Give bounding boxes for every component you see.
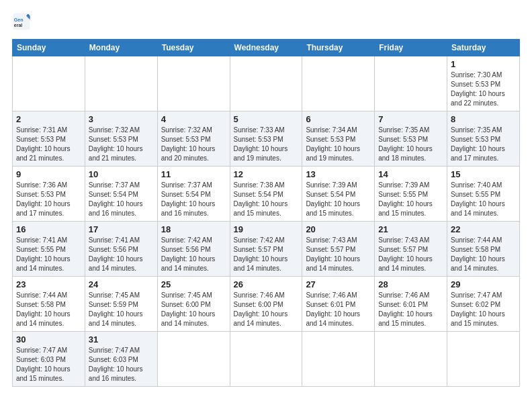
calendar-week-5: 23Sunrise: 7:44 AMSunset: 5:58 PMDayligh…: [13, 277, 520, 332]
day-info: Sunrise: 7:47 AMSunset: 6:03 PMDaylight:…: [89, 346, 154, 383]
calendar-week-1: 1Sunrise: 7:30 AMSunset: 5:53 PMDaylight…: [13, 56, 520, 111]
day-info: Sunrise: 7:45 AMSunset: 6:00 PMDaylight:…: [161, 291, 226, 328]
day-number: 1: [451, 59, 516, 69]
calendar-cell: [157, 332, 230, 387]
day-info: Sunrise: 7:47 AMSunset: 6:03 PMDaylight:…: [16, 346, 81, 383]
calendar-header-row: SundayMondayTuesdayWednesdayThursdayFrid…: [13, 40, 520, 56]
day-info: Sunrise: 7:41 AMSunset: 5:56 PMDaylight:…: [89, 236, 154, 273]
day-number: 15: [451, 169, 516, 179]
day-number: 30: [16, 334, 81, 345]
day-info: Sunrise: 7:30 AMSunset: 5:53 PMDaylight:…: [451, 71, 516, 108]
calendar-cell: 27Sunrise: 7:46 AMSunset: 6:01 PMDayligh…: [302, 277, 375, 332]
day-number: 27: [306, 279, 371, 289]
day-number: 10: [89, 169, 154, 179]
calendar-cell: 3Sunrise: 7:32 AMSunset: 5:53 PMDaylight…: [85, 111, 157, 167]
day-info: Sunrise: 7:32 AMSunset: 5:53 PMDaylight:…: [89, 126, 154, 163]
day-info: Sunrise: 7:31 AMSunset: 5:53 PMDaylight:…: [16, 126, 81, 163]
day-info: Sunrise: 7:47 AMSunset: 6:02 PMDaylight:…: [451, 291, 516, 328]
calendar-header-tuesday: Tuesday: [157, 40, 230, 56]
calendar-table: SundayMondayTuesdayWednesdayThursdayFrid…: [12, 39, 520, 387]
day-info: Sunrise: 7:39 AMSunset: 5:55 PMDaylight:…: [378, 181, 443, 218]
calendar-body: 1Sunrise: 7:30 AMSunset: 5:53 PMDaylight…: [13, 56, 520, 387]
calendar-cell: [13, 56, 85, 111]
calendar-cell: [375, 332, 447, 387]
calendar-cell: 10Sunrise: 7:37 AMSunset: 5:54 PMDayligh…: [85, 167, 157, 222]
day-info: Sunrise: 7:44 AMSunset: 5:58 PMDaylight:…: [16, 291, 81, 328]
day-number: 20: [306, 224, 371, 234]
calendar-cell: 7Sunrise: 7:35 AMSunset: 5:53 PMDaylight…: [375, 111, 447, 167]
calendar-cell: 11Sunrise: 7:37 AMSunset: 5:54 PMDayligh…: [157, 167, 230, 222]
day-number: 14: [378, 169, 443, 179]
calendar-cell: [447, 332, 520, 387]
calendar-cell: 6Sunrise: 7:34 AMSunset: 5:53 PMDaylight…: [302, 111, 375, 167]
logo: Gen eral: [12, 12, 34, 31]
calendar-cell: 5Sunrise: 7:33 AMSunset: 5:53 PMDaylight…: [230, 111, 302, 167]
day-number: 19: [234, 224, 299, 234]
calendar-week-4: 16Sunrise: 7:41 AMSunset: 5:55 PMDayligh…: [13, 222, 520, 277]
calendar-cell: [302, 332, 375, 387]
day-number: 2: [16, 114, 81, 124]
day-number: 4: [161, 114, 226, 124]
calendar-header-wednesday: Wednesday: [230, 40, 302, 56]
calendar-cell: 16Sunrise: 7:41 AMSunset: 5:55 PMDayligh…: [13, 222, 85, 277]
calendar-cell: 18Sunrise: 7:42 AMSunset: 5:56 PMDayligh…: [157, 222, 230, 277]
calendar-cell: [85, 56, 157, 111]
day-info: Sunrise: 7:37 AMSunset: 5:54 PMDaylight:…: [89, 181, 154, 218]
day-info: Sunrise: 7:45 AMSunset: 5:59 PMDaylight:…: [89, 291, 154, 328]
calendar-cell: 31Sunrise: 7:47 AMSunset: 6:03 PMDayligh…: [85, 332, 157, 387]
calendar-cell: 25Sunrise: 7:45 AMSunset: 6:00 PMDayligh…: [157, 277, 230, 332]
calendar-cell: 15Sunrise: 7:40 AMSunset: 5:55 PMDayligh…: [447, 167, 520, 222]
calendar-cell: 20Sunrise: 7:43 AMSunset: 5:57 PMDayligh…: [302, 222, 375, 277]
calendar-cell: 26Sunrise: 7:46 AMSunset: 6:00 PMDayligh…: [230, 277, 302, 332]
day-info: Sunrise: 7:41 AMSunset: 5:55 PMDaylight:…: [16, 236, 81, 273]
day-number: 12: [234, 169, 299, 179]
day-number: 7: [378, 114, 443, 124]
day-number: 18: [161, 224, 226, 234]
day-number: 31: [89, 334, 154, 345]
logo-icon: Gen eral: [12, 12, 31, 31]
day-number: 23: [16, 279, 81, 289]
svg-text:eral: eral: [14, 23, 23, 28]
calendar-cell: 29Sunrise: 7:47 AMSunset: 6:02 PMDayligh…: [447, 277, 520, 332]
calendar-cell: 24Sunrise: 7:45 AMSunset: 5:59 PMDayligh…: [85, 277, 157, 332]
calendar-cell: 2Sunrise: 7:31 AMSunset: 5:53 PMDaylight…: [13, 111, 85, 167]
day-info: Sunrise: 7:46 AMSunset: 6:01 PMDaylight:…: [378, 291, 443, 328]
day-number: 13: [306, 169, 371, 179]
day-info: Sunrise: 7:39 AMSunset: 5:54 PMDaylight:…: [306, 181, 371, 218]
calendar-cell: 21Sunrise: 7:43 AMSunset: 5:57 PMDayligh…: [375, 222, 447, 277]
day-number: 29: [451, 279, 516, 289]
day-info: Sunrise: 7:43 AMSunset: 5:57 PMDaylight:…: [306, 236, 371, 273]
calendar-cell: 17Sunrise: 7:41 AMSunset: 5:56 PMDayligh…: [85, 222, 157, 277]
day-info: Sunrise: 7:35 AMSunset: 5:53 PMDaylight:…: [378, 126, 443, 163]
calendar-cell: [230, 56, 302, 111]
day-info: Sunrise: 7:34 AMSunset: 5:53 PMDaylight:…: [306, 126, 371, 163]
day-info: Sunrise: 7:37 AMSunset: 5:54 PMDaylight:…: [161, 181, 226, 218]
day-number: 21: [378, 224, 443, 234]
day-info: Sunrise: 7:40 AMSunset: 5:55 PMDaylight:…: [451, 181, 516, 218]
calendar-cell: 22Sunrise: 7:44 AMSunset: 5:58 PMDayligh…: [447, 222, 520, 277]
calendar-header-thursday: Thursday: [302, 40, 375, 56]
calendar-cell: [302, 56, 375, 111]
calendar-cell: 4Sunrise: 7:32 AMSunset: 5:53 PMDaylight…: [157, 111, 230, 167]
calendar-cell: [157, 56, 230, 111]
day-number: 28: [378, 279, 443, 289]
day-number: 25: [161, 279, 226, 289]
calendar-header-saturday: Saturday: [447, 40, 520, 56]
calendar-cell: 12Sunrise: 7:38 AMSunset: 5:54 PMDayligh…: [230, 167, 302, 222]
day-number: 16: [16, 224, 81, 234]
day-info: Sunrise: 7:43 AMSunset: 5:57 PMDaylight:…: [378, 236, 443, 273]
day-info: Sunrise: 7:46 AMSunset: 6:01 PMDaylight:…: [306, 291, 371, 328]
day-number: 9: [16, 169, 81, 179]
calendar-header-monday: Monday: [85, 40, 157, 56]
calendar-cell: 1Sunrise: 7:30 AMSunset: 5:53 PMDaylight…: [447, 56, 520, 111]
day-info: Sunrise: 7:42 AMSunset: 5:57 PMDaylight:…: [234, 236, 299, 273]
day-number: 24: [89, 279, 154, 289]
calendar-cell: 8Sunrise: 7:35 AMSunset: 5:53 PMDaylight…: [447, 111, 520, 167]
day-info: Sunrise: 7:32 AMSunset: 5:53 PMDaylight:…: [161, 126, 226, 163]
day-info: Sunrise: 7:35 AMSunset: 5:53 PMDaylight:…: [451, 126, 516, 163]
day-number: 8: [451, 114, 516, 124]
calendar-cell: 14Sunrise: 7:39 AMSunset: 5:55 PMDayligh…: [375, 167, 447, 222]
calendar-cell: [230, 332, 302, 387]
calendar-cell: [375, 56, 447, 111]
calendar-cell: 13Sunrise: 7:39 AMSunset: 5:54 PMDayligh…: [302, 167, 375, 222]
